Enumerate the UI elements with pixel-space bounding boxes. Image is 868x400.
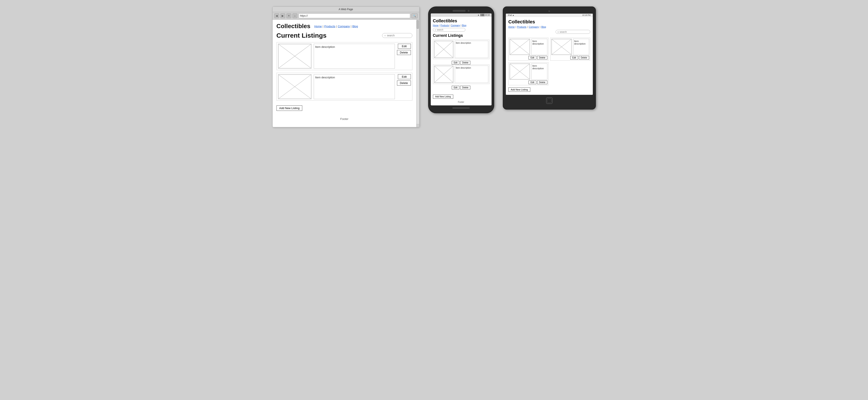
close-icon: ✕ — [288, 14, 290, 17]
tablet-status-left: iPad ▲ — [508, 14, 514, 16]
tablet-listing-top-3: Item description — [509, 63, 547, 80]
phone-search-input[interactable] — [437, 29, 464, 31]
nav-blog[interactable]: Blog — [352, 25, 358, 28]
phone-nav-company[interactable]: Company — [451, 24, 460, 27]
phone-content: Collectibles Home | Products | Company |… — [431, 17, 492, 105]
tablet-delete-button-3[interactable]: Delete — [537, 81, 547, 84]
tablet-listing-item-1: Item description Edit Delete — [508, 38, 549, 61]
tablet-listing-desc-3: Item description — [531, 63, 547, 80]
phone-speaker — [453, 10, 466, 12]
phone-edit-button-1[interactable]: Edit — [452, 61, 459, 64]
listing-actions-1: Edit Delete — [397, 44, 411, 55]
tablet-nav-blog[interactable]: Blog — [541, 26, 546, 28]
home-button[interactable]: ⌂ — [292, 13, 297, 18]
tablet-add-new-listing-button[interactable]: Add New Listing — [508, 87, 530, 92]
listing-image-2 — [278, 74, 312, 99]
listings-header: Current Listings ○ — [277, 32, 412, 39]
edit-button-2[interactable]: Edit — [398, 74, 411, 79]
tablet-edit-button-3[interactable]: Edit — [529, 81, 536, 84]
tablet-search-input[interactable] — [560, 31, 590, 33]
phone-status-icons: ▲ ▐▐▐ 22:16 — [477, 14, 490, 16]
forward-icon: ▶ — [282, 14, 284, 17]
delete-button-2[interactable]: Delete — [397, 81, 411, 86]
phone-top — [431, 10, 492, 12]
phone-nav-blog[interactable]: Blog — [462, 24, 466, 27]
tablet-edit-button-1[interactable]: Edit — [529, 56, 536, 60]
tablet-listing-top-1: Item description — [509, 39, 547, 55]
browser-window: A Web Page ◀ ▶ ✕ ⌂ 🔍 Collectibles Home — [272, 6, 420, 127]
delete-button-1[interactable]: Delete — [397, 50, 411, 55]
phone-bottom — [431, 107, 492, 109]
scrollbar-thumb[interactable] — [417, 20, 419, 29]
site-content: Collectibles Home | Products | Company |… — [273, 20, 416, 127]
phone-listing-image-2 — [434, 66, 454, 83]
phone-delete-button-2[interactable]: Delete — [460, 86, 470, 89]
phone-add-new-listing-button[interactable]: Add New Listing — [433, 95, 453, 99]
tablet-bottom — [506, 97, 593, 104]
scrollbar[interactable] — [416, 20, 419, 127]
tablet-delete-button-1[interactable]: Delete — [537, 56, 547, 60]
nav-company[interactable]: Company — [338, 25, 350, 28]
phone-listing-desc-2: Item description — [455, 66, 488, 83]
tablet-nav-company[interactable]: Company — [529, 26, 539, 28]
nav-home[interactable]: Home — [314, 25, 322, 28]
phone-listing-desc-1: Item description — [455, 41, 488, 58]
phone-camera — [468, 10, 469, 12]
tablet-listing-actions-1: Edit Delete — [509, 56, 547, 60]
tablet-content: Collectibles Home | Products | Company |… — [506, 17, 593, 95]
tablet-listing-image-1 — [509, 39, 530, 55]
close-button[interactable]: ✕ — [286, 13, 291, 18]
tablet-nav-home[interactable]: Home — [508, 26, 515, 28]
back-icon: ◀ — [276, 14, 278, 17]
tablet-listing-image-3 — [509, 63, 530, 80]
nav-products[interactable]: Products — [324, 25, 335, 28]
phone-nav-home[interactable]: Home — [433, 24, 439, 27]
search-icon: ○ — [384, 34, 386, 37]
browser-content: Collectibles Home | Products | Company |… — [273, 20, 419, 127]
tablet-home-button[interactable] — [546, 97, 553, 104]
phone-delete-button-1[interactable]: Delete — [460, 61, 470, 64]
phone-time: 22:16 — [485, 14, 490, 16]
phone-listing-row: Item description — [433, 40, 489, 59]
tablet-nav-products[interactable]: Products — [517, 26, 526, 28]
back-button[interactable]: ◀ — [274, 13, 279, 18]
magnify-icon: 🔍 — [413, 14, 416, 17]
scrollbar-corner — [416, 124, 419, 127]
phone-footer: Footer — [433, 101, 489, 103]
phone-device: ▲ ▐▐▐ 22:16 Collectibles Home | Products… — [428, 6, 494, 113]
site-footer: Footer — [277, 115, 412, 121]
phone-status-bar: ▲ ▐▐▐ 22:16 — [431, 13, 492, 17]
tablet-listing-desc-1: Item description — [531, 39, 547, 55]
tablet-device: iPad ▲ 10:18 PM Collectibles Home | Prod… — [503, 6, 596, 110]
listing-description-1: Item description — [314, 44, 395, 69]
search-input[interactable] — [387, 34, 408, 37]
tablet-home-button-inner — [547, 98, 552, 103]
search-box: ○ — [382, 33, 412, 38]
phone-site-logo: Collectibles — [433, 19, 489, 23]
phone-screen: ▲ ▐▐▐ 22:16 Collectibles Home | Products… — [431, 13, 492, 105]
phone-listing-actions-2: Edit Delete — [433, 86, 489, 89]
phone-listing-row: Item description — [433, 64, 489, 84]
phone-nav-products[interactable]: Products — [440, 24, 449, 27]
tablet-listing-desc-2: Item description — [573, 39, 589, 55]
tablet-status-bar: iPad ▲ 10:18 PM — [506, 13, 593, 17]
browser-search-button[interactable]: 🔍 — [411, 13, 417, 18]
tablet-listing-item-2: Item description Edit Delete — [550, 38, 590, 61]
browser-titlebar: A Web Page — [273, 7, 419, 12]
edit-button-1[interactable]: Edit — [398, 44, 411, 49]
tablet-listing-top-2: Item description — [551, 39, 589, 55]
tablet-delete-button-2[interactable]: Delete — [579, 56, 589, 60]
forward-button[interactable]: ▶ — [280, 13, 285, 18]
phone-search-box: ○ — [433, 28, 465, 32]
add-new-listing-button[interactable]: Add New Listing — [277, 105, 303, 111]
phone-home-indicator[interactable] — [453, 107, 470, 109]
phone-listing-1: Item description Edit Delete — [433, 40, 489, 64]
phone-main-nav: Home | Products | Company | Blog — [433, 24, 489, 27]
main-nav: Home | Products | Company | Blog — [314, 25, 358, 28]
tablet-edit-button-2[interactable]: Edit — [570, 56, 578, 60]
phone-listing-actions-1: Edit Delete — [433, 61, 489, 64]
phone-edit-button-2[interactable]: Edit — [452, 86, 459, 89]
phone-listing-image-1 — [434, 41, 454, 58]
browser-toolbar: ◀ ▶ ✕ ⌂ 🔍 — [273, 12, 419, 20]
address-bar[interactable] — [299, 13, 410, 18]
